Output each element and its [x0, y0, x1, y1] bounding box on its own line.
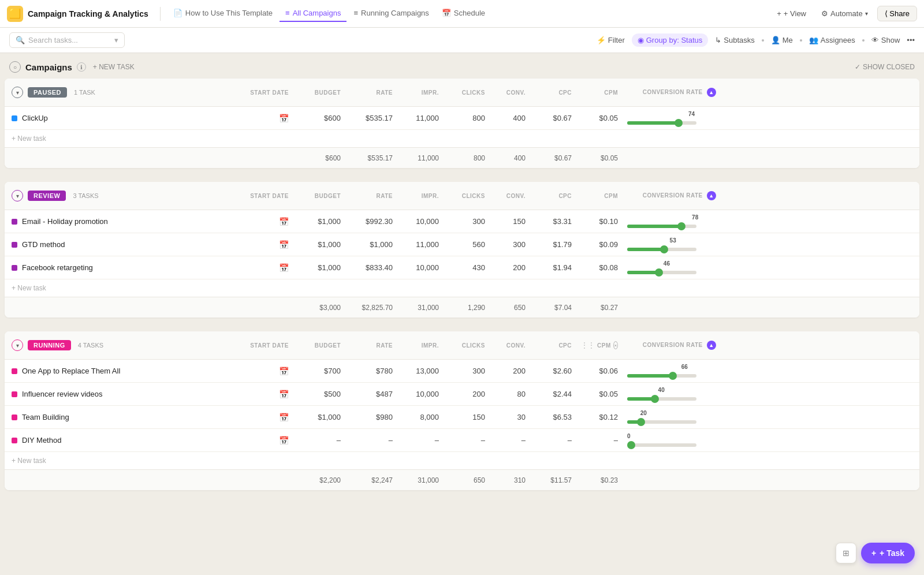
start-date-cell[interactable]: 📅	[236, 413, 293, 422]
filter-button[interactable]: ⚡ Filter	[597, 36, 625, 44]
automate-button[interactable]: ⚙ Automate ▾	[815, 6, 874, 21]
me-button[interactable]: 👤 Me	[771, 36, 793, 44]
start-date-cell[interactable]: 📅	[236, 367, 293, 376]
tab-schedule[interactable]: 📅 Schedule	[436, 5, 491, 22]
calendar-icon[interactable]: 📅	[279, 240, 289, 249]
task-name-cell[interactable]: Facebook retargeting	[5, 259, 236, 277]
col-rate-running: RATE	[345, 342, 397, 349]
summary-conv: 400	[490, 151, 530, 166]
task-name-cell[interactable]: ClickUp	[5, 109, 236, 127]
group-icon: ◉	[638, 36, 644, 44]
tab-running-campaigns[interactable]: ≡ Running Campaigns	[348, 5, 434, 22]
clicks-cell: 560	[444, 240, 490, 249]
impr-cell: –	[397, 436, 444, 445]
summary-clicks: 1,290	[444, 300, 490, 315]
task-name-cell[interactable]: GTD method	[5, 236, 236, 253]
start-date-cell[interactable]: 📅	[236, 436, 293, 445]
cpm-cell: $0.05	[576, 114, 623, 122]
col-cpm-running: ⋮⋮ CPM ×	[576, 341, 623, 349]
budget-cell: $1,000	[293, 217, 345, 226]
me-label: Me	[783, 36, 793, 44]
task-name-cell[interactable]: Email - Holiday promotion	[5, 212, 236, 230]
progress-cell[interactable]: 66	[623, 365, 721, 378]
conv-cell: 150	[490, 217, 530, 226]
progress-cell[interactable]: 20	[623, 411, 721, 424]
summary-impr: 11,000	[397, 151, 444, 166]
review-header-row: ▾ REVIEW 3 TASKS START DATE BUDGET RATE …	[5, 182, 919, 210]
tab-all-campaigns[interactable]: ≡ All Campaigns	[280, 5, 346, 22]
start-date-cell[interactable]: 📅	[236, 240, 293, 249]
info-icon[interactable]: ℹ	[77, 62, 86, 72]
progress-cell[interactable]: 0	[623, 434, 721, 447]
task-name-cell[interactable]: DIY Method	[5, 431, 236, 449]
progress-cell[interactable]: 74	[623, 112, 721, 125]
task-name-cell[interactable]: One App to Replace Them All	[5, 362, 236, 380]
view-button[interactable]: + + View	[771, 6, 812, 21]
group-paused: ▾ PAUSED 1 TASK START DATE BUDGET RATE I…	[5, 79, 919, 168]
section-header: ○ Campaigns ℹ + NEW TASK ✓ SHOW CLOSED	[0, 53, 924, 79]
col-impr-paused: IMPR.	[397, 89, 444, 96]
progress-cell[interactable]: 46	[623, 262, 721, 274]
show-button[interactable]: 👁 Show	[871, 36, 900, 44]
clicks-cell: 300	[444, 367, 490, 375]
group-by-button[interactable]: ◉ Group by: Status	[632, 33, 709, 47]
more-button[interactable]: •••	[907, 36, 915, 44]
task-name: Influencer review videos	[22, 390, 102, 398]
table-row: GTD method 📅 $1,000 $1,000 11,000 560 30…	[5, 233, 919, 256]
subtasks-button[interactable]: ↳ Subtasks	[715, 36, 754, 44]
col-cpm-paused: CPM	[576, 89, 623, 96]
budget-cell: –	[293, 436, 345, 445]
new-task-row-review[interactable]: + New task	[5, 279, 919, 297]
new-task-label: + NEW TASK	[93, 63, 135, 71]
calendar-icon[interactable]: 📅	[279, 367, 289, 376]
start-date-cell[interactable]: 📅	[236, 217, 293, 226]
col-clicks-paused: CLICKS	[444, 89, 490, 96]
progress-cell[interactable]: 78	[623, 215, 721, 228]
search-placeholder: Search tasks...	[28, 36, 78, 44]
paused-task-count: 1 TASK	[74, 89, 95, 96]
new-task-row-paused[interactable]: + New task	[5, 130, 919, 147]
separator-dot2	[800, 39, 802, 42]
cpm-cell: $0.09	[576, 240, 623, 249]
progress-cell[interactable]: 53	[623, 238, 721, 251]
summary-empty	[5, 304, 236, 311]
cpc-cell: $1.79	[530, 240, 576, 249]
section-title-area: ○ Campaigns ℹ + NEW TASK	[9, 61, 135, 73]
assignees-button[interactable]: 👥 Assignees	[809, 36, 855, 44]
summary-empty	[5, 477, 236, 484]
share-button[interactable]: ⟨ Share	[877, 6, 917, 21]
start-date-cell[interactable]: 📅	[236, 263, 293, 272]
review-collapse[interactable]: ▾	[12, 190, 23, 201]
collapse-button[interactable]: ○	[9, 61, 21, 73]
plus-icon: +	[777, 9, 781, 18]
task-name-cell[interactable]: Team Building	[5, 408, 236, 426]
start-date-cell[interactable]: 📅	[236, 390, 293, 399]
hide-col-icon[interactable]: ×	[613, 341, 618, 349]
search-box[interactable]: 🔍 Search tasks... ▾	[9, 32, 125, 48]
conv-cell: –	[490, 436, 530, 445]
calendar-icon[interactable]: 📅	[279, 390, 289, 399]
calendar-icon[interactable]: 📅	[279, 114, 289, 123]
impr-cell: 10,000	[397, 390, 444, 398]
tab-how-to[interactable]: 📄 How to Use This Template	[167, 5, 278, 22]
task-name: GTD method	[22, 240, 65, 249]
header-actions: + + View ⚙ Automate ▾ ⟨ Share	[771, 6, 917, 21]
cpc-cell: $2.44	[530, 390, 576, 398]
calendar-icon[interactable]: 📅	[279, 436, 289, 445]
new-task-button[interactable]: + NEW TASK	[93, 63, 135, 71]
paused-collapse[interactable]: ▾	[12, 87, 23, 98]
impr-cell: 8,000	[397, 413, 444, 421]
running-collapse[interactable]: ▾	[12, 339, 23, 351]
start-date-cell[interactable]: 📅	[236, 114, 293, 123]
show-closed-button[interactable]: ✓ SHOW CLOSED	[855, 63, 915, 71]
calendar-icon[interactable]: 📅	[279, 413, 289, 422]
more-icon: •••	[907, 36, 915, 44]
clicks-cell: 300	[444, 217, 490, 226]
new-task-row-running[interactable]: + New task	[5, 452, 919, 469]
task-name-cell[interactable]: Influencer review videos	[5, 385, 236, 403]
progress-cell[interactable]: 40	[623, 388, 721, 401]
summary-budget: $3,000	[293, 300, 345, 315]
calendar-icon[interactable]: 📅	[279, 217, 289, 226]
calendar-icon[interactable]: 📅	[279, 263, 289, 272]
drag-handle-icon[interactable]: ⋮⋮	[581, 341, 595, 349]
